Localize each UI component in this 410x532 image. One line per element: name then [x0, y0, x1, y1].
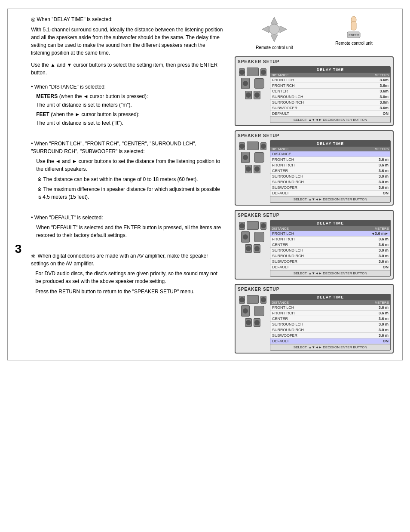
section2-bullet: • When "FRONT LCH", "FRONT RCH", "CENTER… [31, 140, 224, 155]
section-digital: ※Remote control unit When digital connec… [31, 252, 224, 295]
sp1-mid-icons [241, 78, 264, 89]
table-row: FRONT LCH 3.6m [270, 77, 390, 83]
sp4-col2: METERS [375, 301, 389, 304]
remote-unit-enter: ENTER Remote control unit [335, 15, 373, 50]
speaker-right-icon [260, 142, 266, 150]
sp1-col1: DISTANCE [272, 73, 289, 77]
sp1-table: DELAY TIME DISTANCE METERS FRONT LCH 3.6… [270, 66, 391, 123]
sp1-delay-header: DELAY TIME [270, 67, 390, 73]
speaker-surr-left-icon [245, 244, 252, 253]
table-row: SURROUND RCH 3.0 m [270, 253, 390, 259]
main-page: 3 ◎ When "DELAY TIME" is selected: With … [7, 9, 403, 360]
sp3-top-icons [239, 221, 266, 230]
speaker-panel-1: SPEAKER SETUP [235, 56, 394, 126]
section-front-lch: • When "FRONT LCH", "FRONT RCH", "CENTER… [31, 140, 224, 201]
section1-meters-desc2: The unit of distance is set to meters ("… [36, 101, 224, 109]
sp4-bot-icons [245, 318, 260, 327]
table-row: FRONT RCH 3.6m [270, 83, 390, 89]
sp3-col2: METERS [375, 227, 389, 231]
table-row: DEFAULT ON [270, 338, 390, 344]
speaker-tall-icon [241, 305, 250, 317]
sp3-table: DELAY TIME DISTANCE METERS FRONT LCH ◄3.… [270, 220, 391, 277]
table-row: SUBWOOFER 3.6 m [270, 185, 390, 191]
speaker-tall-icon [241, 231, 250, 243]
sp3-col1: DISTANCE [272, 227, 289, 231]
tv-icon [247, 141, 259, 150]
section4-note1: ※Remote control unit When digital connec… [31, 252, 224, 268]
speaker-left-icon [239, 142, 245, 150]
circle-note: ◎ When "DELAY TIME" is selected: [31, 15, 224, 23]
section2-para1: Use the ◄ and ► cursor buttons to set th… [36, 157, 224, 173]
sp1-bot-icons [245, 91, 260, 99]
left-column: ◎ When "DELAY TIME" is selected: With 5.… [24, 13, 230, 356]
svg-rect-6 [351, 22, 356, 30]
sp4-col1: DISTANCE [272, 301, 289, 304]
table-row: CENTER 3.6 m [270, 242, 390, 248]
table-row: SUBWOOFER 3.6 m [270, 259, 390, 264]
sp4-delay-header: DELAY TIME [270, 294, 390, 300]
speaker-panel-2: SPEAKER SETUP [235, 130, 394, 206]
table-row: CENTER 3.6 m [270, 316, 390, 322]
sp2-subheader: DISTANCE METERS [270, 147, 390, 151]
sp4-top-icons [239, 295, 266, 304]
table-row: SURROUND RCH 3.0 m [270, 327, 390, 333]
sp2-footer: SELECT: ▲▼◄► DECISION:ENTER BUTTON [270, 196, 390, 202]
feet-label: FEET [36, 111, 49, 117]
section4-para2: Press the RETURN button to return to the… [35, 288, 224, 295]
speaker-left-icon [239, 222, 245, 230]
table-row: FRONT RCH 3.6 m [270, 311, 390, 316]
remote-area: Remote control unit ENTER Remote control… [235, 15, 394, 50]
section2-note1: The distance can be set within the range… [37, 175, 224, 183]
meters-label: METERS [36, 93, 58, 99]
sp2-mid-icons [241, 152, 264, 163]
speaker-surr-right-icon [254, 318, 260, 327]
table-row: FRONT LCH 3.6 m [270, 305, 390, 311]
sp3-bot-icons [245, 244, 260, 253]
remote1-label: Remote control unit [256, 45, 293, 50]
section1-meters: METERS (when the ◄ cursor button is pres… [36, 92, 224, 100]
speaker-surr-right-icon [254, 91, 260, 99]
sp1-body: DELAY TIME DISTANCE METERS FRONT LCH 3.6… [238, 66, 391, 123]
table-row: CENTER 3.6m [270, 89, 390, 94]
speaker-left-icon [239, 296, 245, 304]
table-row: SURROUND LCH 3.0m [270, 94, 390, 100]
remote2-label: Remote control unit [335, 41, 373, 46]
svg-marker-3 [280, 26, 287, 33]
speaker-right-icon [260, 222, 266, 230]
table-row: CENTER 3.6 m [270, 168, 390, 174]
table-row: SURROUND LCH 3.0 m [270, 322, 390, 327]
sp4-title: SPEAKER SETUP [238, 287, 391, 292]
speaker-panel-4: SPEAKER SETUP [235, 284, 394, 354]
sp3-subheader: DISTANCE METERS [270, 226, 390, 231]
sp2-col1: DISTANCE [272, 147, 289, 151]
svg-text:ENTER: ENTER [349, 34, 359, 37]
section-distance: • When "DISTANCE" is selected: METERS (w… [31, 83, 224, 127]
speaker-surr-left-icon [245, 165, 252, 173]
sp4-mid-icons [241, 305, 264, 317]
sp4-footer: SELECT: ▲▼◄► DECISION:ENTER BUTTON [270, 344, 390, 350]
svg-point-4 [269, 24, 279, 34]
tv-icon [247, 295, 259, 304]
speaker-right-icon [260, 68, 266, 76]
sp1-top-icons [239, 68, 266, 76]
svg-marker-0 [271, 17, 278, 24]
section3-bullet: • When "DEFAULT" is selected: [31, 214, 224, 221]
speaker-right-icon [260, 296, 266, 304]
table-row: FRONT LCH ◄3.6 m► [270, 231, 390, 237]
sp1-title: SPEAKER SETUP [238, 59, 391, 64]
table-row: DEFAULT ON [270, 191, 390, 196]
right-column: Remote control unit ENTER Remote control… [230, 13, 398, 356]
section4-para1: For DVD audio discs, the disc's settings… [35, 270, 224, 285]
svg-marker-1 [271, 35, 278, 42]
intro-para1: With 5.1-channel surround sound, ideally… [31, 26, 224, 57]
sp2-top-icons [239, 141, 266, 150]
sp2-table: DELAY TIME DISTANCE METERS DISTANCE FRON… [270, 140, 391, 203]
sp3-footer: SELECT: ▲▼◄► DECISION:ENTER BUTTON [270, 270, 390, 276]
table-row: FRONT RCH 3.6 m [270, 237, 390, 242]
section2-note2: The maximum difference in speaker distan… [37, 185, 224, 201]
sp3-mid-icons [241, 231, 264, 243]
dpad-icon [260, 15, 288, 43]
table-row: SURROUND RCH 3.0 m [270, 179, 390, 185]
sp2-body: DELAY TIME DISTANCE METERS DISTANCE FRON… [238, 140, 391, 203]
intro-para2: Use the ▲ and ▼ cursor buttons to select… [31, 61, 224, 77]
